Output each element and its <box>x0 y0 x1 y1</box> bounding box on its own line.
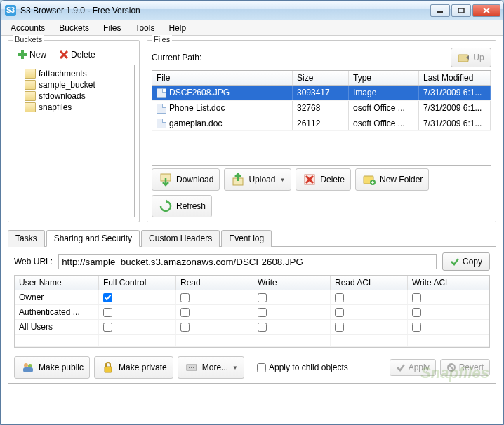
minimize-icon <box>437 8 444 13</box>
bucket-tree[interactable]: fattachments sample_bucket sfdownloads s… <box>13 65 135 217</box>
perm-writeacl-checkbox[interactable] <box>412 293 421 302</box>
minimize-button[interactable] <box>430 4 450 17</box>
perm-read-checkbox[interactable] <box>180 308 190 317</box>
delete-file-button[interactable]: Delete <box>296 168 351 191</box>
file-icon <box>157 88 166 98</box>
file-row[interactable]: DSCF2608.JPG 3093417 Image 7/31/2009 6:1… <box>152 86 491 101</box>
tab-event-log[interactable]: Event log <box>221 230 272 247</box>
folder-icon <box>25 102 36 112</box>
tab-custom-headers[interactable]: Custom Headers <box>141 230 220 247</box>
file-table: File Size Type Last Modified DSCF2608.JP… <box>152 70 491 166</box>
tab-sharing[interactable]: Sharing and Security <box>46 230 140 247</box>
svg-point-18 <box>24 363 28 367</box>
perm-readacl-checkbox[interactable] <box>335 323 344 332</box>
delete-bucket-button[interactable]: Delete <box>54 48 100 62</box>
up-button[interactable]: Up <box>451 48 491 67</box>
file-row[interactable]: gameplan.doc 26112 osoft Office ... 7/31… <box>152 116 491 132</box>
apply-child-label: Apply to child objects <box>269 363 348 372</box>
buckets-panel: Buckets New Delete <box>8 40 140 222</box>
perm-user: All Users <box>15 320 99 334</box>
file-modified: 7/31/2009 6:1... <box>419 116 491 131</box>
file-size: 32768 <box>293 101 349 116</box>
tab-tasks[interactable]: Tasks <box>8 230 45 247</box>
perm-write-checkbox[interactable] <box>258 323 267 332</box>
perm-writeacl-checkbox[interactable] <box>412 308 421 317</box>
delete-bucket-label: Delete <box>71 50 95 60</box>
refresh-button[interactable]: Refresh <box>152 195 212 217</box>
svg-rect-1 <box>458 8 464 13</box>
col-read[interactable]: Read <box>176 276 253 290</box>
download-icon <box>158 172 173 187</box>
x-icon <box>59 50 69 60</box>
close-button[interactable] <box>472 4 500 17</box>
perm-read-checkbox[interactable] <box>180 293 190 302</box>
col-modified[interactable]: Last Modified <box>419 71 491 85</box>
perm-fc-checkbox[interactable] <box>103 323 112 332</box>
col-read-acl[interactable]: Read ACL <box>331 276 408 290</box>
svg-line-27 <box>449 365 453 370</box>
apply-button[interactable]: Apply <box>390 359 436 376</box>
web-url-input[interactable] <box>58 254 437 269</box>
menu-tools[interactable]: Tools <box>129 22 160 34</box>
col-file[interactable]: File <box>152 71 293 85</box>
apply-child-checkbox-wrapper[interactable]: Apply to child objects <box>257 363 348 372</box>
perm-write-checkbox[interactable] <box>258 293 267 302</box>
folder-icon <box>25 69 36 79</box>
menu-accounts[interactable]: Accounts <box>5 22 51 34</box>
app-icon: S3 <box>5 5 16 16</box>
upload-button[interactable]: Upload ▼ <box>224 168 291 191</box>
bucket-item[interactable]: snapfiles <box>15 102 133 113</box>
perm-row: Owner <box>15 290 489 305</box>
perm-fc-checkbox[interactable] <box>103 308 112 317</box>
perm-readacl-checkbox[interactable] <box>335 308 344 317</box>
download-button[interactable]: Download <box>152 168 220 191</box>
menu-help[interactable]: Help <box>163 22 192 34</box>
folder-icon <box>25 91 36 101</box>
svg-point-25 <box>193 367 194 368</box>
buckets-label: Buckets <box>13 35 44 43</box>
apply-child-checkbox[interactable] <box>257 363 266 372</box>
delete-label: Delete <box>320 175 345 184</box>
col-username[interactable]: User Name <box>15 276 99 290</box>
col-write[interactable]: Write <box>253 276 331 290</box>
current-path-input[interactable] <box>206 50 446 65</box>
perm-read-checkbox[interactable] <box>180 323 190 332</box>
make-public-label: Make public <box>39 363 84 372</box>
files-panel: Files Current Path: Up File Size <box>147 40 496 222</box>
menu-buckets[interactable]: Buckets <box>53 22 95 34</box>
file-row[interactable]: Phone List.doc 32768 osoft Office ... 7/… <box>152 101 491 116</box>
svg-rect-8 <box>458 55 468 62</box>
col-write-acl[interactable]: Write ACL <box>408 276 489 290</box>
col-size[interactable]: Size <box>293 71 349 85</box>
perm-fc-checkbox[interactable] <box>103 293 112 302</box>
copy-button[interactable]: Copy <box>442 252 490 271</box>
maximize-button[interactable] <box>451 4 471 17</box>
perm-writeacl-checkbox[interactable] <box>412 323 421 332</box>
web-url-label: Web URL: <box>14 257 53 267</box>
dropdown-icon: ▼ <box>232 365 238 371</box>
apply-label: Apply <box>409 363 430 372</box>
make-public-button[interactable]: Make public <box>14 356 90 379</box>
col-type[interactable]: Type <box>349 71 419 85</box>
file-modified: 7/31/2009 6:1... <box>419 101 491 116</box>
more-button[interactable]: More... ▼ <box>178 356 244 379</box>
new-bucket-button[interactable]: New <box>13 48 51 62</box>
refresh-label: Refresh <box>176 201 206 211</box>
perm-readacl-checkbox[interactable] <box>335 293 344 302</box>
col-full-control[interactable]: Full Control <box>99 276 176 290</box>
make-private-button[interactable]: Make private <box>94 356 173 379</box>
file-icon <box>157 119 166 128</box>
bucket-item[interactable]: fattachments <box>15 68 133 79</box>
delete-icon <box>302 172 317 187</box>
sharing-tab-content: Web URL: Copy User Name Full Control Rea… <box>8 247 496 384</box>
bucket-item[interactable]: sample_bucket <box>15 79 133 90</box>
more-label: More... <box>202 363 228 372</box>
file-modified: 7/31/2009 6:1... <box>419 86 491 100</box>
bucket-item[interactable]: sfdownloads <box>15 90 133 102</box>
new-folder-button[interactable]: New Folder <box>355 168 429 191</box>
menu-files[interactable]: Files <box>98 22 126 34</box>
perm-user: Owner <box>15 290 99 304</box>
revert-button[interactable]: Revert <box>440 359 490 376</box>
perm-write-checkbox[interactable] <box>258 308 267 317</box>
perm-row-empty <box>15 335 489 347</box>
